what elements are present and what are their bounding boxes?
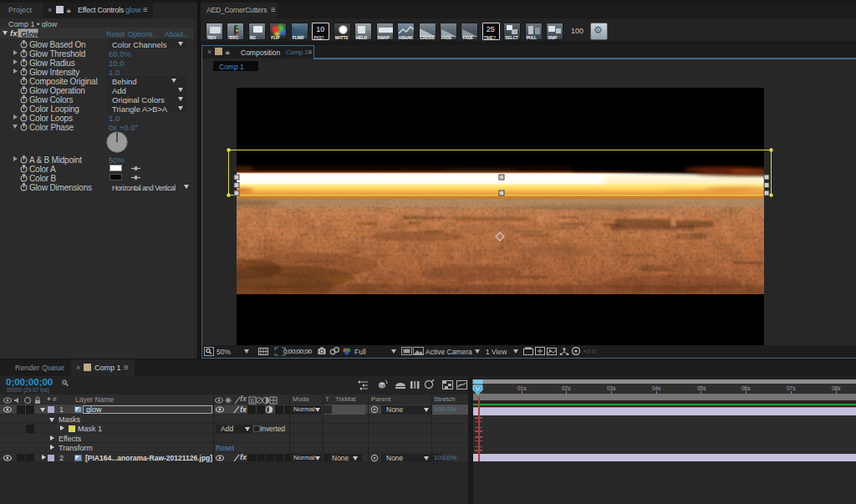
svg-text:B: B	[251, 398, 255, 404]
